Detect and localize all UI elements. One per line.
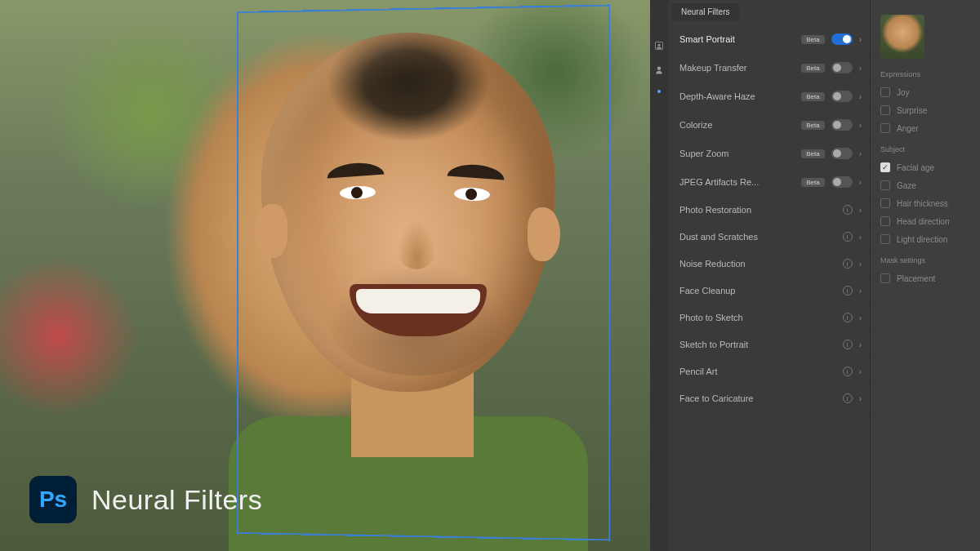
settings-option-row[interactable]: Facial age (880, 158, 970, 176)
svg-point-1 (658, 44, 661, 47)
info-icon[interactable]: i (843, 340, 853, 349)
beta-badge: Beta (801, 178, 824, 187)
filter-row[interactable]: Noise Reductioni› (668, 251, 870, 278)
filter-row[interactable]: Face to Caricaturei› (668, 385, 870, 412)
settings-section-heading: Expressions (880, 70, 970, 78)
settings-option-row[interactable]: Hair thickness (880, 194, 970, 212)
beta-badge: Beta (801, 92, 824, 101)
filter-name-label: Photo Restoration (679, 205, 836, 215)
chevron-right-icon: › (859, 121, 862, 130)
portrait-face (245, 33, 572, 465)
settings-section-heading: Subject (880, 145, 970, 153)
info-icon[interactable]: i (843, 232, 853, 242)
checkbox[interactable] (880, 123, 890, 133)
settings-option-row[interactable]: Surprise (880, 101, 970, 119)
settings-option-row[interactable]: Anger (880, 119, 970, 137)
settings-option-label: Placement (897, 274, 935, 283)
checkbox[interactable] (880, 87, 890, 97)
chevron-right-icon: › (859, 64, 862, 73)
filter-row[interactable]: Makeup TransferBeta› (668, 54, 870, 82)
filter-name-label: Colorize (679, 120, 795, 130)
filter-row[interactable]: Photo to Sketchi› (668, 304, 870, 331)
checkbox[interactable] (880, 273, 890, 283)
filter-name-label: Noise Reduction (679, 259, 836, 269)
filter-name-label: Face Cleanup (679, 286, 836, 295)
settings-section-heading: Mask settings (880, 256, 970, 264)
info-icon[interactable]: i (843, 313, 853, 322)
filter-toggle[interactable] (831, 148, 853, 159)
filter-name-label: Smart Portrait (679, 34, 795, 44)
checkbox[interactable] (880, 105, 890, 115)
panel-sidebar (650, 0, 668, 551)
settings-option-label: Head direction (897, 217, 949, 226)
chevron-right-icon: › (859, 35, 862, 44)
filter-row[interactable]: Sketch to Portraiti› (668, 331, 870, 358)
checkbox[interactable] (880, 234, 890, 244)
checkbox[interactable] (880, 180, 890, 190)
filter-name-label: Super Zoom (679, 149, 795, 158)
settings-option-label: Hair thickness (897, 199, 948, 208)
settings-option-row[interactable]: Gaze (880, 176, 970, 194)
filter-name-label: Face to Caricature (679, 393, 836, 403)
chevron-right-icon: › (859, 233, 862, 242)
filter-toggle[interactable] (831, 91, 853, 102)
filter-row[interactable]: Dust and Scratchesi› (668, 224, 870, 251)
photoshop-logo-icon: Ps (29, 476, 77, 523)
chevron-right-icon: › (859, 206, 862, 215)
face-thumbnail[interactable] (880, 15, 924, 59)
chevron-right-icon: › (859, 287, 862, 295)
filter-name-label: Dust and Scratches (679, 232, 836, 242)
filter-row[interactable]: Depth-Aware HazeBeta› (668, 82, 870, 111)
overlay-title: Neural Filters (91, 484, 262, 516)
filter-row[interactable]: Face Cleanupi› (668, 278, 870, 304)
info-icon[interactable]: i (843, 259, 853, 269)
settings-option-row[interactable]: Light direction (880, 230, 970, 248)
info-icon[interactable]: i (843, 367, 853, 376)
chevron-right-icon: › (859, 367, 862, 376)
filter-row[interactable]: Photo Restorationi› (668, 197, 870, 224)
filter-name-label: Makeup Transfer (679, 63, 795, 73)
filter-row[interactable]: Pencil Arti› (668, 358, 870, 385)
filter-name-label: Pencil Art (679, 367, 836, 376)
chevron-right-icon: › (859, 313, 862, 322)
settings-option-row[interactable]: Head direction (880, 212, 970, 230)
filter-name-label: Depth-Aware Haze (679, 91, 795, 101)
info-icon[interactable]: i (843, 393, 853, 403)
checkbox[interactable] (880, 216, 890, 226)
video-overlay-brand: Ps Neural Filters (29, 476, 262, 523)
filter-row[interactable]: Super ZoomBeta› (668, 140, 870, 168)
chevron-right-icon: › (859, 260, 862, 269)
filter-toggle[interactable] (831, 119, 853, 131)
filter-list-column: Neural Filters Smart PortraitBeta›Makeup… (668, 0, 871, 551)
portrait-icon[interactable] (654, 41, 664, 51)
filter-row[interactable]: ColorizeBeta› (668, 111, 870, 140)
filter-name-label: Photo to Sketch (679, 313, 836, 322)
chevron-right-icon: › (859, 394, 862, 403)
chevron-right-icon: › (859, 149, 862, 158)
filter-row[interactable]: Smart PortraitBeta› (668, 25, 870, 54)
canvas-area: © Smart Portrait Option 1.jpg @ 55% (Lay… (0, 0, 653, 551)
checkbox[interactable] (880, 198, 890, 208)
chevron-right-icon: › (859, 92, 862, 101)
svg-point-2 (657, 67, 662, 71)
panel-title-tab[interactable]: Neural Filters (671, 3, 739, 20)
settings-option-row[interactable]: Joy (880, 83, 970, 101)
beta-badge: Beta (801, 64, 824, 73)
filter-name-label: Sketch to Portrait (679, 340, 836, 349)
checkbox[interactable] (880, 162, 890, 172)
beta-badge: Beta (801, 121, 824, 130)
filter-toggle[interactable] (831, 176, 853, 188)
settings-option-label: Joy (897, 88, 910, 97)
info-icon[interactable]: i (843, 286, 853, 295)
info-icon[interactable]: i (843, 205, 853, 215)
chevron-right-icon: › (859, 178, 862, 187)
filter-toggle[interactable] (831, 62, 853, 73)
person-icon[interactable] (654, 65, 664, 75)
beta-badge: Beta (801, 149, 824, 158)
filter-toggle[interactable] (831, 33, 853, 45)
settings-option-label: Gaze (897, 181, 916, 190)
settings-option-label: Light direction (897, 235, 947, 244)
settings-option-row[interactable]: Placement (880, 269, 970, 287)
filter-row[interactable]: JPEG Artifacts Re...Beta› (668, 168, 870, 197)
settings-option-label: Facial age (897, 163, 934, 172)
